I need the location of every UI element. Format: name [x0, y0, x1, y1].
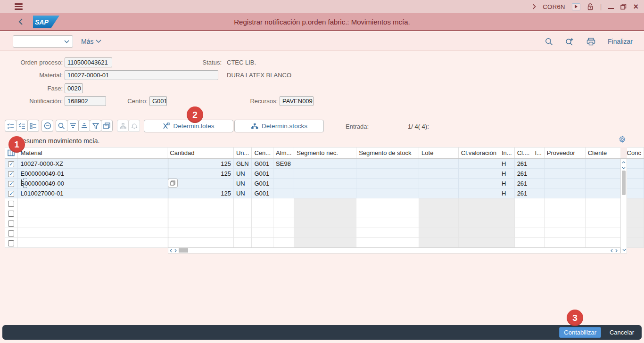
cell-i[interactable] [532, 228, 544, 238]
cell-segmento-nec[interactable] [294, 159, 356, 169]
cell-cen[interactable] [252, 238, 273, 248]
cell-proveedor[interactable] [544, 228, 585, 238]
cell-un[interactable] [233, 218, 251, 228]
value-help-icon[interactable] [168, 179, 178, 188]
cell-proveedor[interactable] [544, 208, 585, 218]
cell-in[interactable] [499, 198, 514, 208]
cell-cliente[interactable] [585, 188, 624, 198]
cell-un[interactable]: GLN [233, 159, 251, 169]
cell-cantidad[interactable]: 125 [167, 188, 234, 198]
cell-segmento-nec[interactable] [294, 238, 356, 248]
column-header-conc[interactable]: Conc [624, 147, 644, 159]
settings-gear-icon[interactable] [619, 136, 626, 143]
row-checkbox[interactable] [8, 201, 14, 207]
cell-proveedor[interactable] [544, 159, 585, 169]
cell-in[interactable]: H [499, 169, 514, 179]
column-header-proveedor[interactable]: Proveedor [544, 147, 585, 159]
cell-cantidad[interactable] [167, 228, 234, 238]
cell-material[interactable] [18, 198, 167, 208]
deselect-all-icon[interactable] [27, 120, 39, 132]
cell-cliente[interactable] [585, 208, 624, 218]
back-icon[interactable] [18, 18, 23, 25]
cell-cliente[interactable] [585, 179, 624, 188]
cell-cen[interactable] [252, 198, 273, 208]
cell-alm[interactable]: SE98 [273, 159, 294, 169]
cell-i[interactable] [532, 198, 544, 208]
cell-cantidad[interactable]: 125 [167, 159, 234, 169]
cell-conc[interactable] [624, 198, 644, 208]
cell-cl-valoracion[interactable] [458, 179, 499, 188]
fase-field[interactable]: 0020 [65, 83, 83, 93]
scroll-left-icon[interactable] [609, 248, 614, 253]
cell-lote[interactable] [419, 208, 459, 218]
cell-cl[interactable]: 261 [514, 159, 532, 169]
cell-cl[interactable]: 261 [514, 169, 532, 179]
cell-i[interactable] [532, 169, 544, 179]
minimize-icon[interactable] [608, 4, 614, 9]
cell-conc[interactable] [624, 238, 644, 248]
notificacion-field[interactable]: 168902 [65, 96, 106, 106]
cell-lote[interactable] [419, 188, 459, 198]
cell-un[interactable]: UN [233, 169, 251, 179]
cell-segmento-stock[interactable] [356, 218, 419, 228]
cell-cantidad[interactable] [167, 218, 234, 228]
cell-cliente[interactable] [585, 228, 624, 238]
cell-cliente[interactable] [585, 218, 624, 228]
cell-in[interactable]: H [499, 179, 514, 188]
cell-cliente[interactable] [585, 198, 624, 208]
cell-cen[interactable] [252, 228, 273, 238]
column-header-material[interactable]: Material [18, 147, 167, 159]
column-header-un[interactable]: Un... [233, 147, 251, 159]
cell-cl-valoracion[interactable] [458, 238, 499, 248]
cell-segmento-nec[interactable] [294, 179, 356, 188]
row-checkbox-checked[interactable]: ✓ [8, 191, 14, 197]
scroll-up-icon[interactable] [621, 160, 626, 165]
row-checkbox[interactable] [8, 211, 14, 217]
cell-cen[interactable]: G001 [252, 179, 273, 188]
column-header-in[interactable]: In... [499, 147, 514, 159]
cell-material[interactable]: S000000049-00 [18, 179, 167, 188]
cell-alm[interactable] [273, 208, 294, 218]
cell-proveedor[interactable] [544, 169, 585, 179]
cell-i[interactable] [532, 159, 544, 169]
cell-alm[interactable] [273, 169, 294, 179]
cell-lote[interactable] [419, 228, 459, 238]
collapse-icon[interactable] [41, 120, 53, 132]
cell-material[interactable] [18, 208, 167, 218]
column-header-cantidad[interactable]: Cantidad [167, 147, 234, 159]
scroll-right-icon[interactable] [173, 248, 178, 253]
cell-segmento-stock[interactable] [356, 238, 419, 248]
cell-un[interactable]: UN [233, 179, 251, 188]
cell-alm[interactable] [273, 188, 294, 198]
chevron-right-icon[interactable] [532, 4, 536, 9]
lock-icon[interactable] [587, 3, 594, 10]
cell-cen[interactable] [252, 208, 273, 218]
cell-conc[interactable] [624, 188, 644, 198]
vertical-scrollbar[interactable] [620, 159, 627, 253]
cell-in[interactable] [499, 218, 514, 228]
cell-i[interactable] [532, 208, 544, 218]
cell-segmento-stock[interactable] [356, 198, 419, 208]
cell-segmento-nec[interactable] [294, 208, 356, 218]
cell-cantidad[interactable] [167, 238, 234, 248]
select-all-icon[interactable] [5, 120, 17, 132]
close-icon[interactable]: × [633, 2, 638, 11]
cell-conc[interactable] [624, 179, 644, 188]
cell-material[interactable]: E000000049-01 [18, 169, 167, 179]
cell-segmento-stock[interactable] [356, 159, 419, 169]
cell-cl[interactable] [514, 238, 532, 248]
column-header-cl-valoraci-n[interactable]: Cl.valoración [458, 147, 499, 159]
cell-lote[interactable] [419, 169, 459, 179]
cancelar-button[interactable]: Cancelar [610, 329, 634, 336]
cell-material[interactable]: 10027-0000-XZ [18, 159, 167, 169]
column-header-lote[interactable]: Lote [419, 147, 459, 159]
search-more-icon[interactable] [565, 38, 574, 46]
cell-in[interactable]: H [499, 188, 514, 198]
cell-segmento-nec[interactable] [294, 198, 356, 208]
filter-icon[interactable] [90, 120, 101, 132]
sort-descending-icon[interactable] [78, 120, 90, 132]
cell-proveedor[interactable] [544, 179, 585, 188]
cell-cl[interactable] [514, 198, 532, 208]
scroll-down-icon[interactable] [622, 247, 627, 253]
cell-segmento-stock[interactable] [356, 208, 419, 218]
